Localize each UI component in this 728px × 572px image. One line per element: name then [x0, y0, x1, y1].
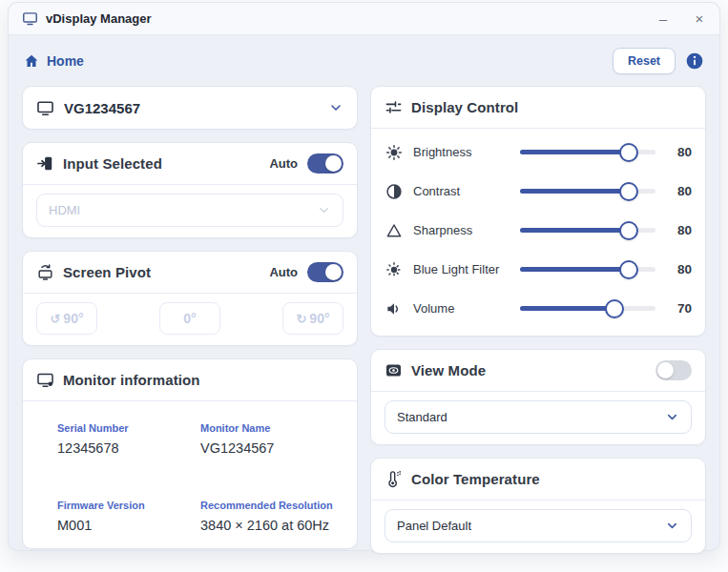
chevron-down-icon: [665, 519, 679, 533]
contrast-row: Contrast 80: [385, 172, 692, 211]
field-label: Serial Number: [57, 422, 200, 434]
pivot-button-label: 90°: [63, 311, 83, 326]
blue-light-filter-slider[interactable]: [520, 260, 655, 279]
screen-pivot-icon: [36, 263, 54, 281]
auto-label: Auto: [269, 156, 298, 171]
app-window: vDisplay Manager – × Home Reset: [8, 2, 720, 551]
slider-thumb[interactable]: [619, 221, 638, 240]
field-label: Firmware Version: [57, 500, 200, 511]
slider-value: 80: [667, 145, 692, 159]
card-title: Display Control: [411, 99, 518, 115]
pivot-ccw-90-button[interactable]: ↺ 90°: [36, 302, 97, 335]
selected-monitor-name: VG1234567: [64, 100, 140, 116]
volume-slider[interactable]: [520, 299, 655, 318]
card-title: Monitor information: [63, 372, 200, 388]
chevron-down-icon: [328, 100, 343, 115]
view-mode-select[interactable]: Standard: [385, 400, 692, 434]
sharpness-row: Sharpness 80: [385, 211, 692, 250]
info-icon[interactable]: [685, 51, 704, 71]
field-value: M001: [57, 518, 200, 533]
field-label: Recommended Resolution: [200, 500, 343, 511]
toolbar: Home Reset: [24, 48, 704, 74]
slider-thumb[interactable]: [605, 299, 624, 318]
monitor-info-icon: [36, 371, 54, 389]
color-temperature-value: Panel Default: [397, 519, 471, 533]
sharpness-slider[interactable]: [520, 221, 655, 240]
input-selected-card: Input Selected Auto HDMI: [22, 142, 358, 238]
input-source-select[interactable]: HDMI: [36, 194, 343, 227]
home-icon: [24, 53, 39, 69]
blue-light-filter-row: Blue Light Filter 80: [385, 250, 692, 289]
home-label: Home: [47, 53, 84, 69]
monitor-name-field: Monitor Name VG1234567: [200, 422, 343, 456]
slider-label: Blue Light Filter: [413, 262, 518, 276]
firmware-version-field: Firmware Version M001: [57, 500, 200, 533]
right-column: Display Control Brightness 80: [370, 86, 706, 538]
display-control-card: Display Control Brightness 80: [370, 86, 706, 337]
chevron-down-icon: [317, 203, 331, 217]
pivot-cw-90-button[interactable]: ↻ 90°: [282, 302, 343, 335]
slider-label: Contrast: [413, 184, 518, 198]
view-mode-icon: [385, 361, 403, 379]
volume-icon: [385, 299, 404, 318]
pivot-0-button[interactable]: 0°: [159, 302, 220, 335]
rotate-ccw-icon: ↺: [50, 312, 60, 326]
title-bar: vDisplay Manager – ×: [9, 3, 719, 35]
input-source-value: HDMI: [49, 203, 80, 217]
reset-button[interactable]: Reset: [613, 48, 676, 74]
app-title: vDisplay Manager: [46, 11, 152, 26]
slider-value: 70: [667, 301, 692, 316]
slider-thumb[interactable]: [619, 260, 638, 279]
view-mode-card: View Mode Standard: [370, 349, 706, 445]
card-title: View Mode: [411, 362, 486, 378]
field-label: Monitor Name: [200, 422, 343, 434]
blue-light-icon: [385, 260, 404, 279]
recommended-resolution-field: Recommended Resolution 3840 × 2160 at 60…: [200, 500, 343, 533]
monitor-information-card: Monitor information Serial Number 123456…: [22, 358, 358, 549]
input-auto-toggle[interactable]: [307, 153, 343, 174]
slider-label: Sharpness: [413, 223, 518, 237]
rotate-cw-icon: ↻: [296, 312, 306, 326]
slider-label: Brightness: [413, 145, 518, 159]
sharpness-icon: [385, 221, 404, 240]
slider-value: 80: [667, 223, 692, 237]
contrast-icon: [385, 182, 404, 201]
view-mode-toggle[interactable]: [655, 360, 692, 380]
auto-label: Auto: [269, 265, 298, 279]
pivot-auto-toggle[interactable]: [307, 262, 343, 282]
content-area: Home Reset VG1234567: [9, 35, 719, 550]
contrast-slider[interactable]: [520, 182, 655, 201]
card-title: Color Temperature: [411, 471, 540, 487]
monitor-icon: [22, 10, 38, 27]
field-value: 12345678: [57, 440, 200, 456]
serial-number-field: Serial Number 12345678: [57, 422, 200, 456]
brightness-row: Brightness 80: [385, 133, 692, 172]
monitor-selector[interactable]: VG1234567: [22, 86, 358, 130]
monitor-icon: [36, 99, 54, 117]
left-column: VG1234567 Input Selected Auto: [22, 86, 358, 538]
field-value: 3840 × 2160 at 60Hz: [200, 518, 343, 533]
brightness-icon: [385, 143, 404, 162]
brightness-slider[interactable]: [520, 143, 655, 162]
minimize-button[interactable]: –: [656, 11, 670, 26]
color-temperature-select[interactable]: Panel Default: [385, 509, 692, 542]
home-breadcrumb[interactable]: Home: [24, 53, 84, 69]
color-temperature-card: Color Temperature Panel Default: [370, 458, 706, 554]
slider-thumb[interactable]: [619, 143, 638, 162]
view-mode-value: Standard: [397, 410, 447, 424]
volume-row: Volume 70: [385, 289, 692, 328]
card-title: Screen Pivot: [63, 264, 151, 280]
chevron-down-icon: [665, 410, 679, 424]
close-button[interactable]: ×: [693, 11, 706, 26]
pivot-button-label: 90°: [309, 311, 329, 326]
slider-value: 80: [667, 184, 692, 198]
sliders-icon: [385, 98, 403, 116]
screen-pivot-card: Screen Pivot Auto ↺ 90° 0°: [22, 251, 358, 346]
thermometer-icon: [385, 470, 403, 488]
pivot-button-label: 0°: [183, 311, 196, 326]
slider-thumb[interactable]: [619, 182, 638, 201]
field-value: VG1234567: [200, 440, 343, 456]
slider-value: 80: [667, 262, 692, 276]
input-source-icon: [36, 154, 54, 173]
slider-label: Volume: [413, 301, 518, 316]
